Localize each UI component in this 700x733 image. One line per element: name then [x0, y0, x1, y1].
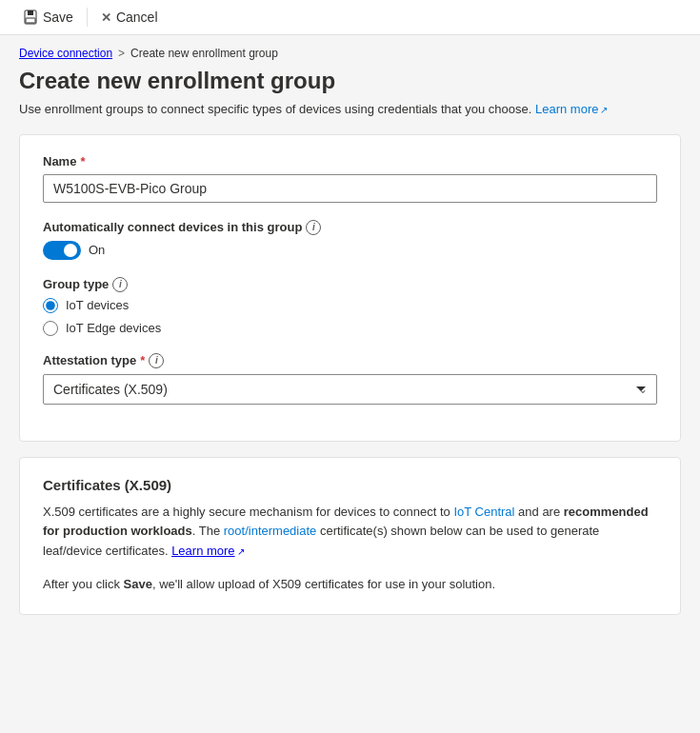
save-label: Save: [43, 10, 73, 25]
page-subtitle: Use enrollment groups to connect specifi…: [0, 100, 700, 134]
auto-connect-info-icon[interactable]: i: [306, 220, 321, 235]
radio-iot-devices-label: IoT devices: [66, 298, 129, 312]
breadcrumb-current: Create new enrollment group: [130, 47, 278, 60]
svg-rect-2: [26, 18, 35, 23]
cancel-button[interactable]: ✕ Cancel: [93, 6, 166, 29]
radio-iot-devices[interactable]: IoT devices: [43, 298, 657, 313]
attestation-select-wrapper: Certificates (X.509) TPM Shared access s…: [43, 374, 657, 405]
radio-iot-devices-input[interactable]: [43, 298, 58, 313]
group-type-info-icon[interactable]: i: [112, 277, 128, 292]
certificates-note: After you click Save, we'll allow upload…: [43, 575, 657, 595]
iot-central-highlight: IoT Central: [453, 505, 514, 519]
toggle-track: [43, 241, 81, 260]
group-type-label: Group type i: [43, 277, 657, 292]
save-bold-text: Save: [124, 577, 152, 591]
name-input[interactable]: [43, 174, 657, 203]
group-type-field-group: Group type i IoT devices IoT Edge device…: [43, 277, 657, 336]
attestation-select[interactable]: Certificates (X.509) TPM Shared access s…: [43, 374, 657, 405]
cert-learn-more-link[interactable]: Learn more↗: [171, 544, 244, 558]
toolbar: Save ✕ Cancel: [0, 0, 700, 35]
auto-connect-label: Automatically connect devices in this gr…: [43, 220, 657, 235]
page-title: Create new enrollment group: [0, 64, 700, 100]
auto-connect-field-group: Automatically connect devices in this gr…: [43, 220, 657, 260]
recommended-text: recommended for production workloads: [43, 505, 649, 539]
cancel-label: Cancel: [116, 10, 158, 25]
save-button[interactable]: Save: [15, 6, 81, 29]
toggle-thumb: [64, 244, 77, 257]
cert-external-link-icon: ↗: [237, 545, 245, 560]
breadcrumb-separator: >: [118, 47, 125, 60]
svg-rect-1: [28, 10, 33, 15]
form-card: Name* Automatically connect devices in t…: [19, 134, 681, 442]
certificates-card: Certificates (X.509) X.509 certificates …: [19, 457, 681, 615]
radio-iot-edge[interactable]: IoT Edge devices: [43, 321, 657, 336]
breadcrumb-parent[interactable]: Device connection: [19, 47, 112, 60]
name-label: Name*: [43, 154, 657, 168]
attestation-required-star: *: [140, 353, 145, 367]
cancel-icon: ✕: [101, 10, 111, 25]
name-field-group: Name*: [43, 154, 657, 203]
learn-more-link[interactable]: Learn more↗: [535, 102, 608, 116]
attestation-field-group: Attestation type* i Certificates (X.509)…: [43, 353, 657, 405]
toggle-state-label: On: [89, 243, 105, 257]
group-type-radio-group: IoT devices IoT Edge devices: [43, 298, 657, 336]
external-link-icon: ↗: [600, 103, 608, 117]
toolbar-divider: [87, 8, 88, 27]
attestation-info-icon[interactable]: i: [149, 353, 164, 368]
auto-connect-toggle[interactable]: [43, 241, 81, 260]
radio-iot-edge-label: IoT Edge devices: [66, 321, 161, 335]
toggle-container: On: [43, 241, 657, 260]
certificates-description: X.509 certificates are a highly secure m…: [43, 503, 657, 562]
certificates-title: Certificates (X.509): [43, 477, 657, 493]
breadcrumb: Device connection > Create new enrollmen…: [0, 35, 700, 64]
radio-iot-edge-input[interactable]: [43, 321, 58, 336]
name-required-star: *: [80, 154, 85, 168]
save-icon: [23, 10, 38, 25]
attestation-label: Attestation type* i: [43, 353, 657, 368]
root-intermediate-highlight: root/intermediate: [224, 524, 317, 538]
